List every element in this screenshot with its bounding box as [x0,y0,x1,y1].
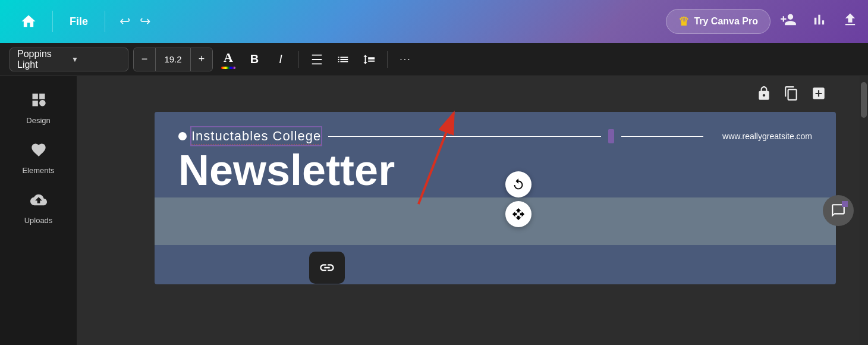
bold-button[interactable]: B [244,48,265,71]
link-handle[interactable] [309,252,345,284]
add-to-frame-button[interactable] [811,86,826,105]
text-toolbar: Poppins Light ▼ − + A B I ··· [0,43,868,76]
undo-redo-group: ↩ ↪ [110,14,160,29]
top-navigation: File ↩ ↪ ♛ Try Canva Pro [0,0,868,43]
canvas-area[interactable]: Instuctables College www.reallygreatsite… [77,76,860,345]
line-spacing-button[interactable] [358,48,380,71]
nav-divider-2 [105,11,105,32]
design-label: Design [26,116,50,125]
main-area: Design Elements Uploads [0,76,868,345]
newsletter-image-placeholder [155,197,836,245]
more-options-button[interactable]: ··· [395,48,416,71]
design-icon [30,92,47,112]
sidebar-item-uploads[interactable]: Uploads [9,186,68,231]
toolbar-separator-1 [298,51,299,68]
decrease-size-button[interactable]: − [134,48,155,71]
canvas-controls [756,86,826,105]
left-sidebar: Design Elements Uploads [0,76,77,345]
text-color-label: A [224,50,233,65]
align-button[interactable] [306,48,328,71]
nav-action-icons [780,11,858,32]
font-size-control: − + [133,48,213,71]
try-canva-pro-button[interactable]: ♛ Try Canva Pro [666,9,770,34]
chat-button[interactable] [823,195,854,226]
website-text: www.reallygreatsite.com [722,131,812,141]
college-text: Instuctables College [191,128,321,146]
line-connector-right [621,136,703,137]
duplicate-button[interactable] [784,86,799,105]
newsletter-title: Newsletter [178,149,812,192]
font-size-input[interactable] [155,48,191,71]
elements-label: Elements [22,166,54,175]
dot-handle [178,132,187,140]
list-button[interactable] [332,48,354,71]
italic-button[interactable]: I [270,48,291,71]
sidebar-item-elements[interactable]: Elements [9,136,68,181]
undo-button[interactable]: ↩ [119,14,130,29]
font-selector[interactable]: Poppins Light ▼ [10,48,128,71]
share-button[interactable] [842,11,858,32]
file-menu[interactable]: File [58,0,100,43]
try-pro-label: Try Canva Pro [694,16,758,27]
scrollbar-thumb [861,82,867,118]
toolbar-separator-2 [387,51,388,68]
line-connector [328,136,601,137]
font-name-label: Poppins Light [17,49,67,70]
college-row: Instuctables College www.reallygreatsite… [178,128,812,144]
newsletter-header: Instuctables College www.reallygreatsite… [155,112,836,203]
increase-size-button[interactable]: + [191,48,212,71]
font-caret-icon: ▼ [71,55,121,64]
redo-button[interactable]: ↪ [140,14,150,29]
lock-button[interactable] [756,86,772,105]
uploads-icon [30,192,47,212]
add-user-button[interactable] [780,11,797,32]
line-handle[interactable] [608,129,614,143]
uploads-label: Uploads [24,216,53,225]
sidebar-item-design[interactable]: Design [9,86,68,131]
analytics-button[interactable] [811,11,828,32]
right-scrollbar[interactable] [860,76,868,345]
crown-icon: ♛ [678,14,689,29]
newsletter-card[interactable]: Instuctables College www.reallygreatsite… [155,112,836,284]
move-handle[interactable] [505,201,532,227]
text-color-button[interactable]: A [218,48,239,71]
home-button[interactable] [10,0,48,43]
rotate-handle[interactable] [505,171,532,197]
nav-divider-1 [52,11,53,32]
elements-icon [30,142,47,162]
color-bar [221,67,235,69]
